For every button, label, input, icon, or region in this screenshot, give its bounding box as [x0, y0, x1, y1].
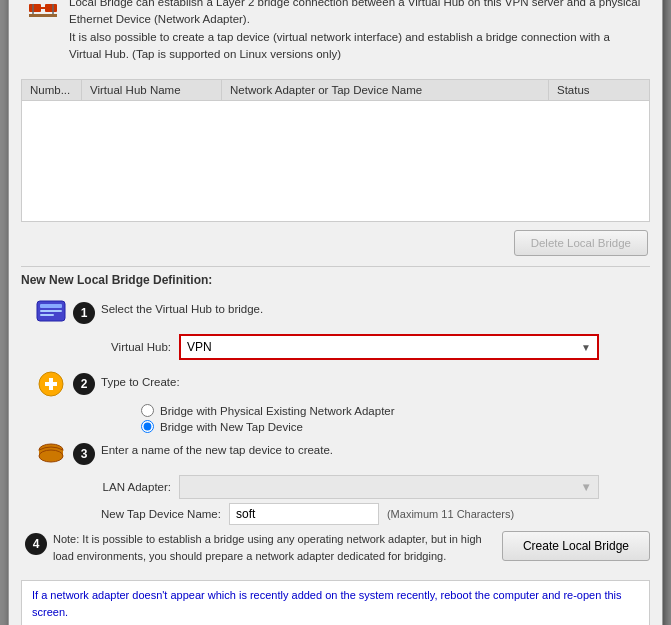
info-text: Local Bridge can establish a Layer 2 bri… [69, 0, 640, 63]
radio-bridge-tap-label[interactable]: Bridge with New Tap Device [160, 421, 303, 433]
step3-icon [35, 436, 67, 471]
delete-local-bridge-button[interactable]: Delete Local Bridge [514, 230, 648, 256]
divider-1 [21, 266, 650, 267]
bridge-table: Numb... Virtual Hub Name Network Adapter… [21, 79, 650, 222]
tap-device-row: New Tap Device Name: (Maximum 11 Charact… [21, 503, 650, 525]
virtual-hub-value: VPN [187, 340, 212, 354]
bottom-note: If a network adapter doesn't appear whic… [21, 580, 650, 625]
svg-rect-15 [49, 378, 53, 390]
info-section: Local Bridge can establish a Layer 2 bri… [21, 0, 650, 69]
col-hub-name: Virtual Hub Name [82, 80, 222, 100]
col-status: Status [549, 80, 649, 100]
step4-circle: 4 [25, 533, 47, 555]
svg-rect-12 [40, 314, 54, 316]
step3-section: 3 Enter a name of the new tap device to … [21, 436, 650, 471]
note-area: 4 Note: It is possible to establish a br… [21, 531, 492, 564]
col-adapter: Network Adapter or Tap Device Name [222, 80, 549, 100]
info-line1: Local Bridge can establish a Layer 2 bri… [69, 0, 640, 11]
tap-max-chars: (Maximum 11 Characters) [387, 508, 514, 520]
step2-label: Type to Create: [101, 374, 180, 391]
info-line4: Virtual Hub. (Tap is supported on Linux … [69, 46, 640, 63]
svg-rect-3 [29, 4, 41, 12]
step2-icon [35, 368, 67, 400]
tap-device-input[interactable] [229, 503, 379, 525]
step1-icon [35, 295, 67, 330]
info-line2: Ethernet Device (Network Adapter). [69, 11, 640, 28]
info-line3: It is also possible to create a tap devi… [69, 29, 640, 46]
radio-bridge-physical-row: Bridge with Physical Existing Network Ad… [21, 404, 650, 417]
local-bridge-settings-window: Local Bridge Settings ✕ Local Bridge can… [8, 0, 663, 625]
svg-rect-10 [40, 304, 62, 308]
virtual-hub-dropdown[interactable]: VPN ▼ [179, 334, 599, 360]
svg-rect-4 [45, 4, 57, 12]
create-btn-container: Create Local Bridge [502, 531, 650, 561]
tap-device-label: New Tap Device Name: [101, 508, 221, 520]
step1-label: Select the Virtual Hub to bridge. [101, 301, 263, 318]
svg-rect-5 [41, 7, 45, 9]
delete-btn-row: Delete Local Bridge [21, 230, 650, 256]
step3-label: Enter a name of the new tap device to cr… [101, 442, 333, 459]
definition-label: New New Local Bridge Definition: [21, 273, 650, 287]
table-header: Numb... Virtual Hub Name Network Adapter… [22, 80, 649, 101]
step2-circle: 2 [73, 373, 95, 395]
dropdown-arrow-icon: ▼ [581, 342, 591, 353]
radio-bridge-tap-row: Bridge with New Tap Device [21, 420, 650, 433]
note-text: Note: It is possible to establish a brid… [53, 531, 492, 564]
col-number: Numb... [22, 80, 82, 100]
svg-rect-6 [29, 14, 57, 17]
note-create-row: 4 Note: It is possible to establish a br… [21, 531, 650, 572]
svg-point-18 [39, 450, 63, 462]
lan-adapter-label: LAN Adapter: [101, 481, 171, 493]
step1-circle: 1 [73, 302, 95, 324]
step3-circle: 3 [73, 443, 95, 465]
step2-section: 2 Type to Create: [21, 368, 650, 400]
create-local-bridge-button[interactable]: Create Local Bridge [502, 531, 650, 561]
bottom-note-text: If a network adapter doesn't appear whic… [32, 589, 622, 618]
window-body: Local Bridge can establish a Layer 2 bri… [9, 0, 662, 625]
radio-bridge-physical[interactable] [141, 404, 154, 417]
table-body [22, 101, 649, 221]
virtual-hub-row: Virtual Hub: VPN ▼ [21, 334, 650, 360]
svg-rect-11 [40, 310, 62, 312]
lan-adapter-dropdown: ▼ [179, 475, 599, 499]
bridge-icon [27, 0, 59, 28]
virtual-hub-label: Virtual Hub: [101, 341, 171, 353]
step1-section: 1 Select the Virtual Hub to bridge. [21, 295, 650, 330]
lan-adapter-arrow-icon: ▼ [581, 481, 592, 493]
radio-bridge-tap[interactable] [141, 420, 154, 433]
tap-create-row: New Tap Device Name: (Maximum 11 Charact… [21, 503, 650, 525]
step4-note-row: 4 Note: It is possible to establish a br… [25, 531, 492, 564]
lan-adapter-row: LAN Adapter: ▼ [21, 475, 650, 499]
radio-bridge-physical-label[interactable]: Bridge with Physical Existing Network Ad… [160, 405, 395, 417]
